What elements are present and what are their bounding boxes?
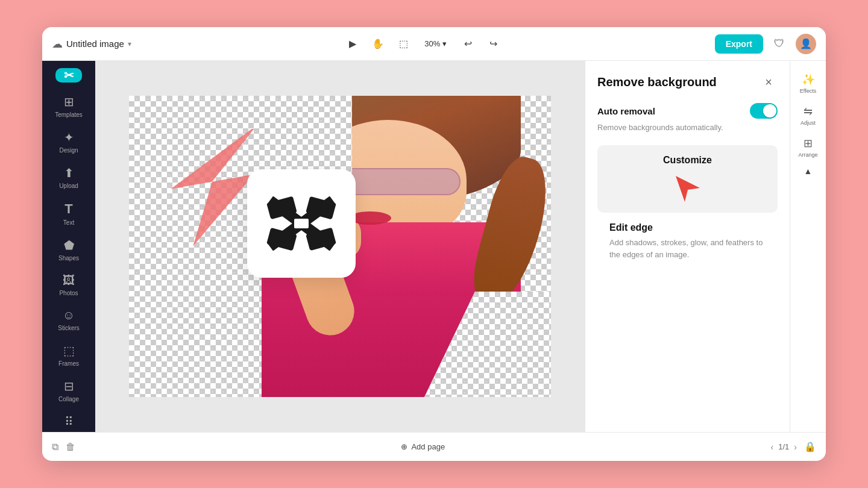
sidebar: ✂ ⊞ Templates ✦ Design ⬆ Upload T Text ⬟…	[42, 61, 95, 432]
svg-rect-7	[294, 219, 309, 228]
select-tool-button[interactable]: ▶	[342, 34, 363, 54]
sidebar-item-text[interactable]: T Text	[46, 196, 92, 231]
panel-title: Remove background	[597, 75, 717, 89]
sidebar-item-templates[interactable]: ⊞ Templates	[46, 90, 92, 123]
sidebar-item-stickers[interactable]: ☺ Stickers	[46, 304, 92, 336]
auto-removal-toggle[interactable]	[750, 103, 778, 119]
sidebar-item-collage[interactable]: ⊟ Collage	[46, 374, 92, 407]
footer-center: ⊕ Add page	[83, 439, 764, 455]
customize-label: Customize	[663, 155, 712, 166]
hand-tool-button[interactable]: ✋	[368, 34, 388, 54]
auto-removal-title: Auto removal	[597, 106, 655, 116]
photos-icon: 🖼	[63, 274, 75, 287]
zoom-level-label: 30%	[424, 39, 440, 48]
document-title: Untitled image	[66, 39, 124, 49]
zoom-selector-button[interactable]: 30% ▾	[418, 36, 453, 52]
upload-icon: ⬆	[64, 166, 74, 180]
sidebar-item-design[interactable]: ✦ Design	[46, 125, 92, 158]
sidebar-item-photos[interactable]: 🖼 Photos	[46, 269, 92, 301]
header-right: Export 🛡 👤	[715, 34, 816, 54]
collage-icon: ⊟	[64, 379, 74, 393]
edit-edge-section: Edit edge Add shadows, strokes, glow, an…	[597, 222, 778, 272]
arrange-label: Arrange	[798, 152, 817, 158]
remove-bg-panel: Remove background × Auto removal Remove …	[585, 61, 790, 145]
footer: ⧉ 🗑 ⊕ Add page ‹ 1/1 › 🔒	[42, 432, 826, 461]
svg-marker-8	[676, 176, 700, 202]
arrange-icon: ⊞	[804, 137, 813, 150]
logo-icon: ✂	[64, 68, 74, 83]
auto-removal-description: Remove backgrounds automatically.	[597, 122, 778, 133]
header: ☁ Untitled image ▾ ▶ ✋ ⬚ 30% ▾ ↩ ↪ Expor…	[42, 27, 826, 61]
duplicate-page-button[interactable]: ⧉	[52, 442, 58, 452]
lock-button[interactable]: 🔒	[804, 441, 816, 452]
right-panel: Remove background × Auto removal Remove …	[585, 61, 790, 432]
right-icons-panel: ✨ Effects ⇋ Adjust ⊞ Arrange ▲	[790, 61, 826, 432]
arrange-panel-item[interactable]: ⊞ Arrange	[793, 132, 824, 163]
header-left: ☁ Untitled image ▾	[52, 37, 131, 51]
customize-row: Customize	[607, 155, 768, 166]
upload-label: Upload	[59, 183, 78, 189]
title-area[interactable]: ☁ Untitled image ▾	[52, 37, 131, 51]
canvas-area	[95, 61, 585, 432]
add-page-button[interactable]: ⊕ Add page	[395, 439, 451, 455]
frames-icon: ⬚	[63, 343, 75, 358]
page-navigation: ‹ 1/1 ›	[771, 442, 797, 452]
design-icon: ✦	[64, 130, 74, 145]
shapes-label: Shapes	[58, 255, 79, 261]
undo-button[interactable]: ↩	[458, 34, 478, 54]
adjust-icon: ⇋	[804, 105, 813, 118]
auto-removal-section: Auto removal Remove backgrounds automati…	[597, 103, 778, 133]
prev-page-button[interactable]: ‹	[771, 442, 774, 452]
sidebar-item-upload[interactable]: ⬆ Upload	[46, 161, 92, 194]
title-chevron-icon: ▾	[128, 40, 131, 48]
text-icon: T	[64, 201, 72, 217]
customize-section[interactable]: Customize	[597, 145, 778, 213]
app-window: ☁ Untitled image ▾ ▶ ✋ ⬚ 30% ▾ ↩ ↪ Expor…	[42, 27, 826, 461]
apps-icon: ⠿	[64, 414, 74, 429]
cursor-indicator	[607, 173, 768, 203]
templates-label: Templates	[55, 111, 83, 118]
zoom-chevron-icon: ▾	[442, 39, 447, 48]
add-page-icon: ⊕	[401, 442, 407, 451]
adjust-panel-item[interactable]: ⇋ Adjust	[793, 100, 824, 131]
main-area: ✂ ⊞ Templates ✦ Design ⬆ Upload T Text ⬟…	[42, 61, 826, 432]
toggle-knob	[763, 104, 776, 117]
frame-tool-button[interactable]: ⬚	[393, 34, 414, 54]
cloud-icon: ☁	[52, 37, 63, 51]
capcut-logo-svg	[265, 196, 338, 251]
effects-label: Effects	[800, 88, 816, 94]
toolbar-center: ▶ ✋ ⬚ 30% ▾ ↩ ↪	[136, 34, 710, 54]
edit-edge-title: Edit edge	[609, 222, 766, 233]
app-logo[interactable]: ✂	[55, 68, 82, 83]
sidebar-item-frames[interactable]: ⬚ Frames	[46, 339, 92, 372]
adjust-label: Adjust	[800, 120, 816, 126]
effects-panel-item[interactable]: ✨ Effects	[793, 68, 824, 99]
export-button[interactable]: Export	[715, 34, 763, 54]
sidebar-item-shapes[interactable]: ⬟ Shapes	[46, 233, 92, 266]
add-page-label: Add page	[411, 442, 445, 451]
stickers-label: Stickers	[58, 325, 80, 331]
sidebar-item-apps[interactable]: ⠿ Apps	[46, 410, 92, 432]
panel-header: Remove background ×	[597, 73, 778, 91]
delete-page-button[interactable]: 🗑	[66, 442, 75, 452]
next-page-button[interactable]: ›	[794, 442, 797, 452]
floating-logo-card	[247, 169, 356, 278]
shield-icon[interactable]: 🛡	[769, 34, 790, 54]
close-panel-button[interactable]: ×	[760, 73, 778, 91]
redo-button[interactable]: ↪	[483, 34, 503, 54]
page-indicator: 1/1	[778, 442, 789, 451]
panel-sections: Customize Edit edge Add shadows, strokes…	[585, 145, 790, 272]
stickers-icon: ☺	[63, 308, 75, 322]
collage-label: Collage	[58, 396, 79, 402]
photos-label: Photos	[59, 290, 78, 296]
design-label: Design	[59, 147, 78, 154]
chevron-up-icon[interactable]: ▲	[804, 166, 813, 176]
shapes-icon: ⬟	[64, 238, 74, 252]
edit-edge-description: Add shadows, strokes, glow, and feathers…	[609, 237, 766, 260]
cursor-arrow-svg	[673, 173, 703, 203]
user-avatar[interactable]: 👤	[796, 34, 816, 54]
auto-removal-row: Auto removal	[597, 103, 778, 119]
frames-label: Frames	[58, 360, 79, 367]
templates-icon: ⊞	[64, 95, 74, 109]
effects-icon: ✨	[802, 73, 815, 86]
